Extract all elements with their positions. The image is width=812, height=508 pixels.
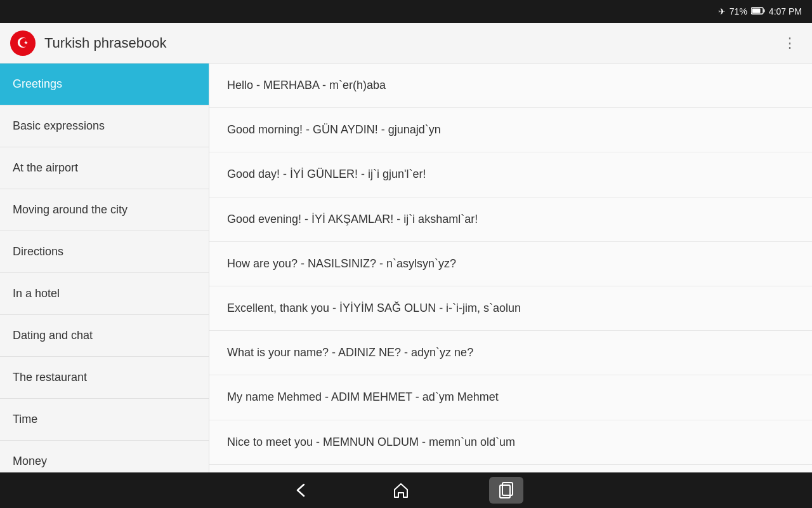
phrase-item-3: Good evening! - İYİ AKŞAMLAR! - ij`i aks… bbox=[209, 197, 812, 242]
sidebar-item-money[interactable]: Money bbox=[0, 441, 209, 472]
main-content: GreetingsBasic expressionsAt the airport… bbox=[0, 64, 812, 472]
sidebar-item-at-the-airport[interactable]: At the airport bbox=[0, 147, 209, 189]
recents-button[interactable] bbox=[489, 477, 523, 504]
sidebar-item-greetings[interactable]: Greetings bbox=[0, 64, 209, 105]
phrase-item-2: Good day! - İYİ GÜNLER! - ij`i gjun'l`er… bbox=[209, 152, 812, 197]
svg-rect-1 bbox=[763, 9, 764, 12]
phrase-item-4: How are you? - NASILSINIZ? - n`asylsyn`y… bbox=[209, 242, 812, 286]
battery-icon bbox=[751, 6, 765, 17]
phrase-item-5: Excellent, thank you - İYİYİM SAĞ OLUN -… bbox=[209, 286, 812, 331]
sidebar-item-directions[interactable]: Directions bbox=[0, 231, 209, 273]
app-header: ☪ Turkish phrasebook ⋮ bbox=[0, 23, 812, 64]
nav-bar bbox=[0, 472, 812, 508]
more-options-icon[interactable]: ⋮ bbox=[778, 30, 802, 57]
back-button[interactable] bbox=[289, 478, 313, 502]
phrase-item-0: Hello - MERHABA - m`er(h)aba bbox=[209, 64, 812, 108]
airplane-icon: ✈ bbox=[718, 6, 726, 17]
time-display: 4:07 PM bbox=[769, 6, 802, 17]
sidebar-item-basic-expressions[interactable]: Basic expressions bbox=[0, 105, 209, 147]
app-title: Turkish phrasebook bbox=[44, 35, 778, 51]
sidebar-item-moving-around[interactable]: Moving around the city bbox=[0, 189, 209, 231]
sidebar: GreetingsBasic expressionsAt the airport… bbox=[0, 64, 209, 472]
home-button[interactable] bbox=[389, 478, 413, 502]
sidebar-item-the-restaurant[interactable]: The restaurant bbox=[0, 357, 209, 399]
sidebar-item-time[interactable]: Time bbox=[0, 399, 209, 441]
status-icons: ✈ 71% 4:07 PM bbox=[718, 6, 802, 17]
phrase-list: Hello - MERHABA - m`er(h)abaGood morning… bbox=[209, 64, 812, 472]
status-bar: ✈ 71% 4:07 PM bbox=[0, 0, 812, 23]
svg-rect-2 bbox=[752, 8, 760, 13]
sidebar-item-in-a-hotel[interactable]: In a hotel bbox=[0, 273, 209, 315]
phrase-item-8: Nice to meet you - MEMNUN OLDUM - memn`u… bbox=[209, 420, 812, 465]
phrase-item-7: My name Mehmed - ADIM MEHMET - ad`ym Meh… bbox=[209, 375, 812, 420]
battery-percent: 71% bbox=[730, 6, 747, 17]
phrase-item-1: Good morning! - GÜN AYDIN! - gjunajd`yn bbox=[209, 108, 812, 152]
phrase-item-6: What is your name? - ADINIZ NE? - adyn`y… bbox=[209, 331, 812, 375]
flag-icon: ☪ bbox=[10, 30, 36, 56]
sidebar-item-dating-chat[interactable]: Dating and chat bbox=[0, 315, 209, 357]
